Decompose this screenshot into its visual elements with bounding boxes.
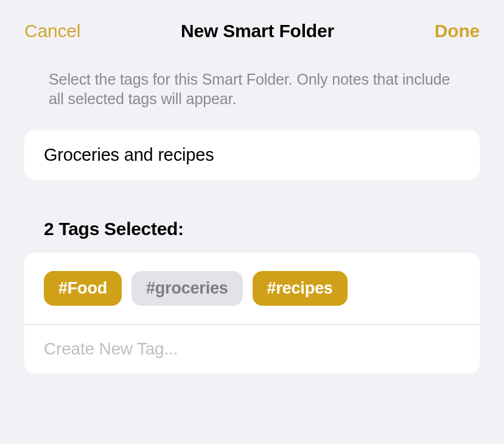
tags-row: #Food #groceries #recipes <box>24 253 480 324</box>
folder-name-input[interactable] <box>44 145 460 165</box>
create-tag-row <box>24 325 480 373</box>
tag-groceries[interactable]: #groceries <box>131 271 243 306</box>
tag-recipes[interactable]: #recipes <box>253 271 348 306</box>
folder-name-card <box>24 130 480 180</box>
tag-food[interactable]: #Food <box>44 271 122 306</box>
header-bar: Cancel New Smart Folder Done <box>0 0 504 54</box>
cancel-button[interactable]: Cancel <box>24 21 80 41</box>
description-text: Select the tags for this Smart Folder. O… <box>0 54 504 123</box>
create-tag-input[interactable] <box>44 339 460 359</box>
tags-card: #Food #groceries #recipes <box>24 253 480 373</box>
sheet-title: New Smart Folder <box>181 21 334 41</box>
tags-selected-title: 2 Tags Selected: <box>0 180 504 253</box>
done-button[interactable]: Done <box>435 21 480 41</box>
new-smart-folder-sheet: Cancel New Smart Folder Done Select the … <box>0 0 504 444</box>
